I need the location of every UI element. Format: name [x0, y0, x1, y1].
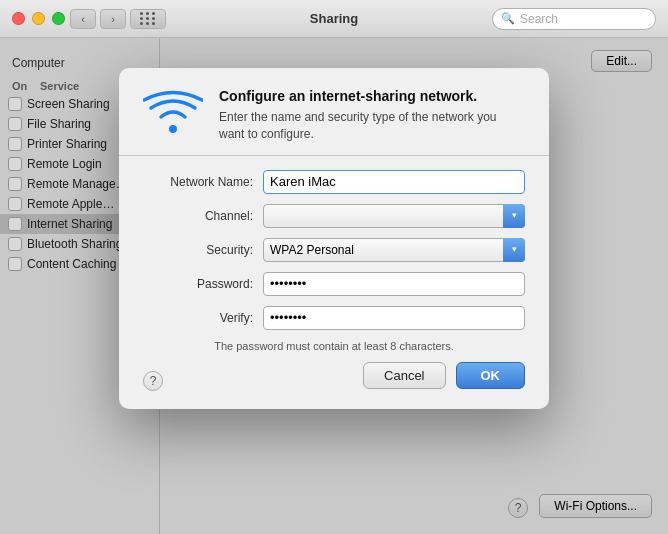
modal-help-icon[interactable]: ? [143, 371, 163, 391]
grid-icon [140, 12, 156, 25]
verify-input[interactable] [263, 306, 525, 330]
modal-help-label: ? [150, 374, 157, 388]
password-label: Password: [143, 277, 263, 291]
network-name-row: Network Name: [143, 170, 525, 194]
verify-label: Verify: [143, 311, 263, 325]
wifi-icon [143, 90, 203, 135]
security-select-wrapper: WPA2 Personal ▾ [263, 238, 525, 262]
modal-buttons: Cancel OK [119, 362, 549, 389]
channel-select-wrapper: ▾ [263, 204, 525, 228]
grid-view-button[interactable] [130, 9, 166, 29]
modal-header-text: Configure an internet-sharing network. E… [219, 88, 525, 143]
search-box[interactable]: 🔍 Search [492, 8, 656, 30]
modal-hint: The password must contain at least 8 cha… [143, 340, 525, 352]
nav-buttons[interactable]: ‹ › [70, 9, 126, 29]
modal-overlay: Configure an internet-sharing network. E… [0, 38, 668, 534]
window-title: Sharing [310, 11, 358, 26]
verify-row: Verify: [143, 306, 525, 330]
modal-form: Network Name: Channel: ▾ Security: [119, 170, 549, 352]
security-select[interactable]: WPA2 Personal [263, 238, 525, 262]
ok-button[interactable]: OK [456, 362, 526, 389]
password-input[interactable] [263, 272, 525, 296]
security-row: Security: WPA2 Personal ▾ [143, 238, 525, 262]
cancel-button[interactable]: Cancel [363, 362, 445, 389]
back-button[interactable]: ‹ [70, 9, 96, 29]
modal-description: Enter the name and security type of the … [219, 109, 525, 143]
svg-point-0 [169, 125, 177, 133]
channel-row: Channel: ▾ [143, 204, 525, 228]
network-name-label: Network Name: [143, 175, 263, 189]
security-label: Security: [143, 243, 263, 257]
minimize-button[interactable] [32, 12, 45, 25]
close-button[interactable] [12, 12, 25, 25]
forward-button[interactable]: › [100, 9, 126, 29]
password-row: Password: [143, 272, 525, 296]
maximize-button[interactable] [52, 12, 65, 25]
modal-divider [119, 155, 549, 156]
modal-header: Configure an internet-sharing network. E… [119, 68, 549, 155]
modal-dialog: Configure an internet-sharing network. E… [119, 68, 549, 409]
network-name-input[interactable] [263, 170, 525, 194]
window-controls[interactable] [12, 12, 65, 25]
channel-label: Channel: [143, 209, 263, 223]
channel-select[interactable] [263, 204, 525, 228]
modal-title: Configure an internet-sharing network. [219, 88, 525, 104]
title-bar: ‹ › Sharing 🔍 Search [0, 0, 668, 38]
search-icon: 🔍 [501, 12, 515, 25]
search-placeholder: Search [520, 12, 558, 26]
